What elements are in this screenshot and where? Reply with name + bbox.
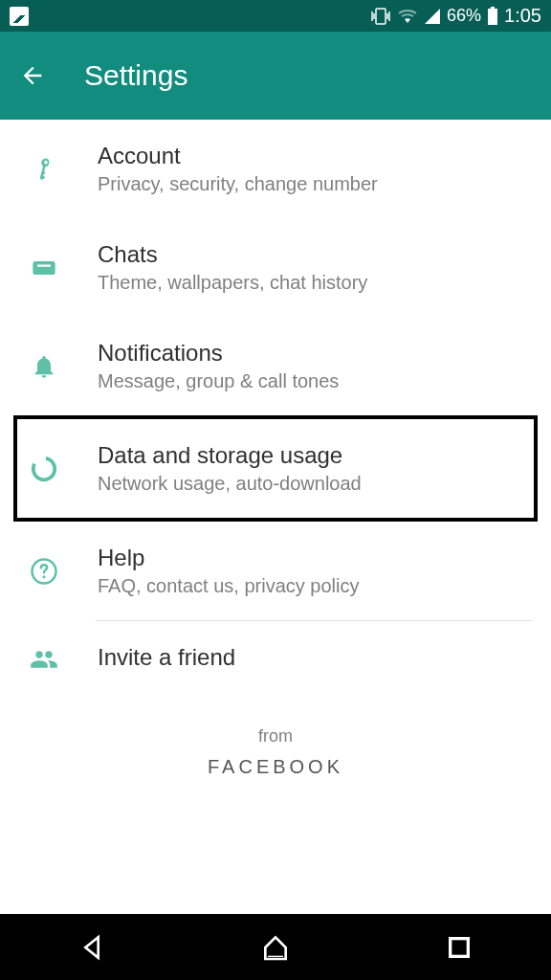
wifi-icon [397, 8, 418, 25]
item-subtitle: Theme, wallpapers, chat history [98, 272, 532, 294]
key-icon [29, 154, 59, 185]
footer-from: from [0, 726, 551, 746]
item-title: Data and storage usage [98, 442, 522, 469]
item-subtitle: FAQ, contact us, privacy policy [98, 575, 532, 597]
item-text: Chats Theme, wallpapers, chat history [98, 241, 532, 294]
settings-item-invite[interactable]: Invite a friend [0, 621, 551, 698]
item-text: Help FAQ, contact us, privacy policy [98, 545, 532, 597]
nav-bar [0, 914, 551, 980]
settings-item-notifications[interactable]: Notifications Message, group & call tone… [0, 317, 551, 415]
nav-back-button[interactable] [77, 932, 107, 963]
item-title: Notifications [98, 340, 532, 367]
vibrate-icon [370, 8, 391, 25]
item-text: Invite a friend [98, 644, 532, 675]
nav-recent-button[interactable] [444, 932, 474, 963]
settings-item-data-storage[interactable]: Data and storage usage Network usage, au… [13, 415, 538, 522]
svg-rect-10 [451, 938, 469, 956]
data-usage-icon [29, 454, 59, 484]
item-subtitle: Privacy, security, change number [98, 173, 532, 195]
picture-icon [10, 7, 29, 26]
status-bar: 66% 1:05 [0, 0, 551, 32]
item-title: Invite a friend [98, 644, 532, 671]
footer: from FACEBOOK [0, 698, 551, 807]
clock-time: 1:05 [504, 5, 541, 27]
bell-icon [29, 351, 59, 382]
item-title: Chats [98, 241, 532, 268]
page-title: Settings [84, 59, 187, 92]
item-title: Account [98, 143, 532, 169]
battery-icon [487, 7, 498, 26]
status-right: 66% 1:05 [370, 5, 541, 27]
item-text: Notifications Message, group & call tone… [98, 340, 532, 392]
svg-rect-0 [376, 9, 386, 24]
back-button[interactable] [19, 62, 46, 89]
signal-icon [424, 8, 441, 25]
battery-percent: 66% [447, 6, 481, 26]
help-icon [29, 556, 59, 587]
svg-rect-5 [491, 7, 495, 9]
nav-home-button[interactable] [260, 932, 291, 963]
svg-point-7 [32, 456, 56, 480]
people-icon [29, 644, 59, 675]
svg-rect-6 [488, 9, 497, 25]
item-text: Account Privacy, security, change number [98, 143, 532, 195]
chat-icon [29, 253, 59, 283]
item-subtitle: Network usage, auto-download [98, 473, 522, 495]
settings-list: Account Privacy, security, change number… [0, 120, 551, 698]
app-bar: Settings [0, 32, 551, 120]
settings-item-help[interactable]: Help FAQ, contact us, privacy policy [0, 522, 551, 620]
item-title: Help [98, 545, 532, 571]
settings-item-account[interactable]: Account Privacy, security, change number [0, 120, 551, 218]
item-subtitle: Message, group & call tones [98, 370, 532, 392]
footer-brand: FACEBOOK [0, 756, 551, 778]
svg-point-9 [43, 575, 46, 578]
settings-item-chats[interactable]: Chats Theme, wallpapers, chat history [0, 218, 551, 317]
item-text: Data and storage usage Network usage, au… [98, 442, 522, 495]
status-left [10, 7, 29, 26]
